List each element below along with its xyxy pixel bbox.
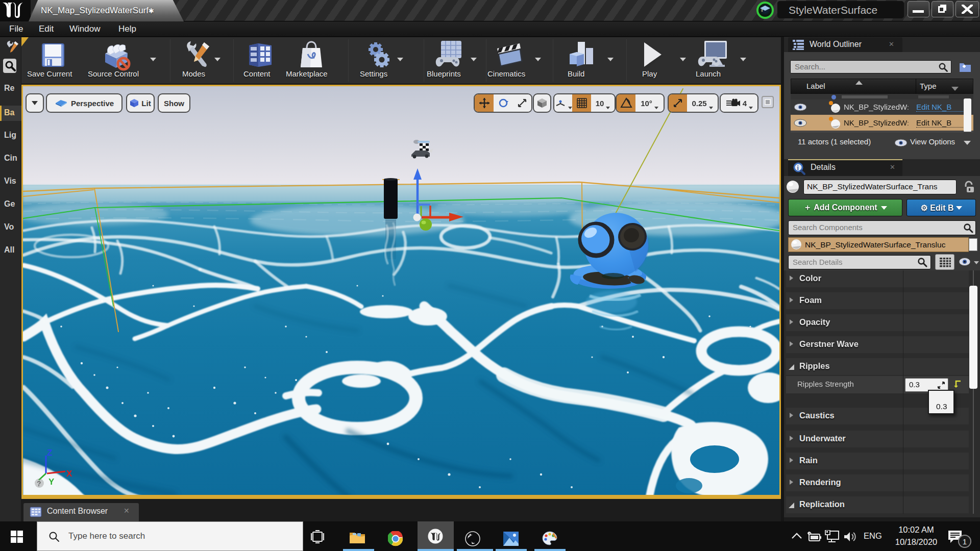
svg-text:X: X (66, 469, 72, 479)
svg-text:Z: Z (47, 448, 52, 458)
svg-text:Y: Y (48, 477, 55, 487)
svg-text:?: ? (37, 480, 41, 488)
